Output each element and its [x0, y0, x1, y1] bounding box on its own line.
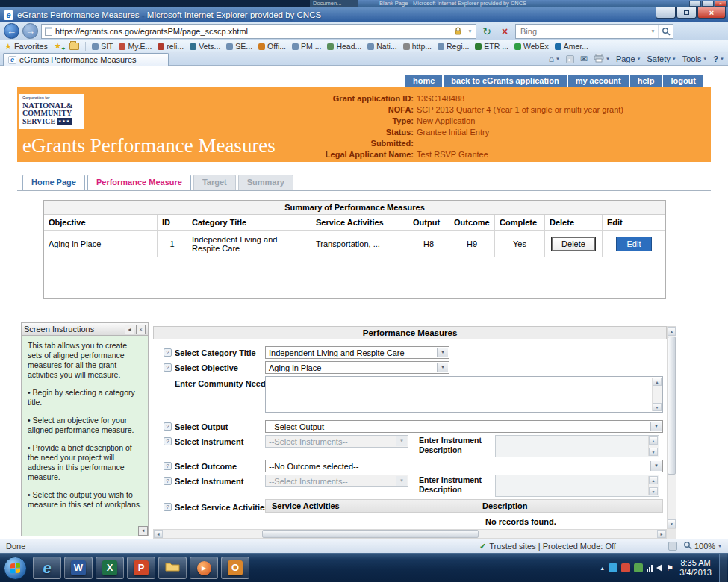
back-button[interactable]: ←: [4, 23, 19, 39]
print-button[interactable]: ▼: [594, 54, 610, 64]
nav-back-to-egrants-button[interactable]: back to eGrants application: [444, 75, 566, 87]
forward-button[interactable]: →: [22, 23, 38, 39]
nav-my-account-button[interactable]: my account: [568, 75, 629, 87]
help-menu-button[interactable]: ?▼: [713, 54, 724, 63]
help-icon[interactable]: ?: [164, 422, 172, 431]
favorites-bar-item[interactable]: Vets...: [190, 42, 220, 51]
url-field[interactable]: ▼: [41, 24, 476, 39]
help-icon[interactable]: ?: [164, 363, 172, 372]
start-button[interactable]: [4, 557, 27, 580]
refresh-button[interactable]: ↻: [479, 24, 494, 39]
favorites-bar-item[interactable]: Nati...: [367, 42, 396, 51]
taskbar-explorer-icon[interactable]: [158, 557, 187, 579]
background-window-title[interactable]: Blank Page - Microsoft Internet Explorer…: [358, 0, 728, 7]
favorites-bar-item[interactable]: http...: [403, 42, 432, 51]
form-vertical-scrollbar[interactable]: ▲ ▼: [667, 326, 676, 529]
instrument-description-textarea[interactable]: ▲ ▼: [495, 475, 659, 497]
favorites-bar-item[interactable]: Offi...: [258, 42, 286, 51]
favorites-bar-item[interactable]: Amer...: [555, 42, 588, 51]
search-icon[interactable]: [658, 25, 673, 38]
horizontal-scrollbar-thumb[interactable]: [262, 530, 479, 538]
stop-button[interactable]: ×: [497, 24, 512, 39]
help-icon[interactable]: ?: [164, 437, 172, 445]
scroll-down-icon[interactable]: ▼: [653, 403, 662, 411]
vertical-scrollbar-thumb[interactable]: [668, 337, 676, 475]
read-mail-button[interactable]: ✉: [580, 54, 588, 63]
help-icon[interactable]: ?: [164, 348, 172, 357]
close-icon[interactable]: ×: [715, 1, 727, 7]
taskbar-outlook-icon[interactable]: O: [221, 557, 249, 579]
favorites-bar-item[interactable]: Head...: [327, 42, 361, 51]
favorites-folder-icon[interactable]: [69, 43, 79, 50]
background-window-title[interactable]: Documen...: [310, 0, 358, 7]
show-desktop-button[interactable]: [719, 554, 727, 582]
tab-performance-measure[interactable]: Performance Measure: [87, 175, 191, 190]
tools-menu-button[interactable]: Tools▼: [682, 54, 708, 63]
show-hidden-icons-button[interactable]: ▲: [600, 566, 605, 571]
instrument-select[interactable]: --Select Instruments-- ▼: [265, 475, 408, 487]
search-input[interactable]: [520, 27, 648, 36]
edit-button[interactable]: Edit: [616, 237, 653, 251]
network-icon[interactable]: [647, 564, 653, 572]
scroll-down-icon[interactable]: ▼: [649, 487, 658, 495]
category-title-select[interactable]: Independent Living and Respite Care ▼: [265, 346, 449, 359]
form-horizontal-scrollbar[interactable]: ◄ ►: [153, 529, 667, 539]
favorites-bar-item[interactable]: WebEx: [514, 42, 549, 51]
objective-select[interactable]: Aging in Place ▼: [265, 361, 449, 374]
taskbar-internet-explorer-icon[interactable]: e: [33, 557, 61, 579]
search-field[interactable]: ▼: [515, 24, 673, 39]
textarea-scrollbar[interactable]: ▲ ▼: [652, 378, 662, 411]
instrument-description-textarea[interactable]: ▲ ▼: [495, 435, 659, 457]
textarea-scrollbar[interactable]: ▲ ▼: [648, 436, 658, 456]
volume-icon[interactable]: [656, 564, 662, 572]
favorites-bar-item[interactable]: reli...: [158, 42, 184, 51]
textarea-scrollbar[interactable]: ▲ ▼: [648, 476, 658, 495]
taskbar-excel-icon[interactable]: X: [96, 557, 124, 579]
tab-summary[interactable]: Summary: [238, 175, 293, 190]
scroll-up-icon[interactable]: ▲: [668, 327, 676, 336]
outcome-select[interactable]: --No Outcome selected-- ▼: [265, 460, 663, 472]
minimize-button[interactable]: –: [656, 7, 676, 19]
help-icon[interactable]: ?: [164, 477, 172, 485]
scroll-down-icon[interactable]: ▼: [649, 448, 658, 456]
url-dropdown-icon[interactable]: ▼: [464, 25, 476, 38]
nav-home-button[interactable]: home: [405, 75, 442, 87]
close-button[interactable]: ×: [697, 7, 726, 19]
delete-button[interactable]: Delete: [552, 237, 595, 251]
nav-logout-button[interactable]: logout: [663, 75, 703, 87]
taskbar-clock[interactable]: 8:35 AM 3/4/2013: [679, 558, 712, 578]
tray-icon[interactable]: [609, 563, 617, 572]
page-menu-button[interactable]: Page▼: [616, 54, 641, 63]
url-input[interactable]: [55, 25, 452, 37]
scroll-up-icon[interactable]: ▲: [649, 476, 658, 484]
instructions-scroll-button[interactable]: ◄: [138, 526, 148, 536]
favorites-bar-item[interactable]: SE...: [226, 42, 252, 51]
zoom-control[interactable]: 100% ▼: [683, 541, 722, 551]
scroll-down-icon[interactable]: ▼: [668, 519, 676, 528]
nav-help-button[interactable]: help: [630, 75, 662, 87]
taskbar-powerpoint-icon[interactable]: P: [127, 557, 155, 579]
favorites-bar-item[interactable]: My.E...: [119, 42, 152, 51]
tab-home-page[interactable]: Home Page: [22, 175, 85, 190]
favorites-bar-item[interactable]: SIT: [92, 42, 113, 51]
tray-icon[interactable]: [634, 563, 643, 572]
maximize-button[interactable]: [676, 7, 697, 19]
search-dropdown-icon[interactable]: ▼: [648, 29, 658, 34]
tray-icon[interactable]: [621, 563, 630, 572]
instructions-close-button[interactable]: ×: [136, 325, 146, 334]
community-need-textarea[interactable]: ▲ ▼: [265, 376, 663, 413]
tab-target[interactable]: Target: [193, 175, 236, 190]
home-button[interactable]: ⌂▼: [549, 54, 560, 63]
safety-menu-button[interactable]: Safety▼: [647, 54, 676, 63]
scroll-right-icon[interactable]: ►: [657, 530, 666, 538]
instructions-collapse-button[interactable]: ◄: [125, 325, 134, 334]
favorites-bar-item[interactable]: Regi...: [438, 42, 469, 51]
help-icon[interactable]: ?: [164, 503, 172, 511]
scroll-up-icon[interactable]: ▲: [649, 436, 658, 445]
taskbar-media-player-icon[interactable]: ▶: [190, 557, 218, 579]
output-select[interactable]: --Select Output-- ▼: [265, 420, 663, 433]
instrument-select[interactable]: --Select Instruments-- ▼: [265, 435, 408, 448]
browser-tab[interactable]: e eGrants Performance Measures: [3, 53, 169, 66]
feeds-button[interactable]: [566, 55, 574, 63]
favorites-bar-item[interactable]: ETR ...: [475, 42, 508, 51]
